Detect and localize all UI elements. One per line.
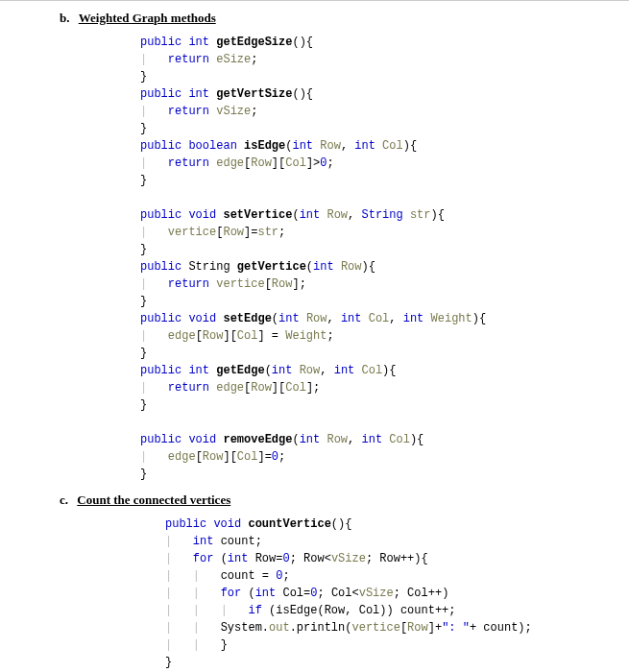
code-block-b: public int getEdgeSize(){ | return eSize… [60, 34, 610, 483]
method-removeEdge: removeEdge [223, 433, 292, 446]
section-b: b. Weighted Graph methods public int get… [60, 11, 610, 483]
method-isEdge: isEdge [244, 139, 285, 153]
document-page: b. Weighted Graph methods public int get… [0, 0, 629, 672]
kw-return: return [168, 53, 209, 66]
method-getEdgeSize: getEdgeSize [216, 36, 292, 49]
section-b-header: b. Weighted Graph methods [60, 11, 610, 26]
var-vSize: vSize [216, 105, 251, 118]
method-getVertSize: getVertSize [216, 87, 292, 101]
section-c-letter: c. [60, 492, 68, 508]
method-getEdge: getEdge [216, 364, 264, 377]
method-getVertice: getVertice [237, 260, 306, 274]
paren: () [292, 36, 305, 49]
method-setEdge: setEdge [223, 312, 271, 325]
var-eSize: eSize [216, 53, 251, 66]
code-block-c: public void countVertice(){ | int count;… [60, 516, 610, 671]
section-c-header: c. Count the connected vertices [60, 492, 610, 508]
kw-public: public [140, 36, 181, 49]
section-b-title: Weighted Graph methods [79, 11, 216, 25]
method-countVertice: countVertice [248, 517, 330, 531]
kw-int: int [188, 36, 209, 49]
section-b-letter: b. [60, 11, 69, 26]
method-setVertice: setVertice [223, 208, 292, 222]
section-c: c. Count the connected vertices public v… [60, 492, 610, 671]
section-c-title: Count the connected vertices [77, 492, 230, 507]
